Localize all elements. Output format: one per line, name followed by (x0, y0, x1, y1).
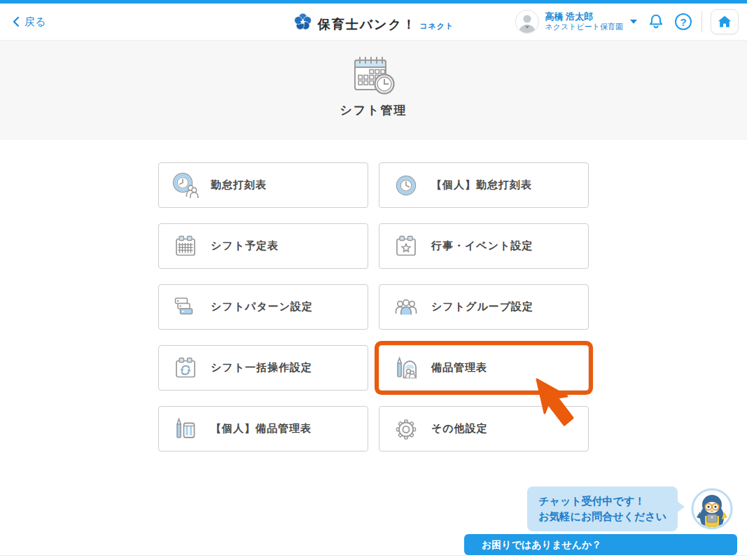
shift-pattern-icon (172, 293, 200, 321)
menu-item-shift-group-settings[interactable]: シフトグループ設定 (379, 284, 589, 330)
logo-text: 保育士バンク！ (318, 18, 417, 31)
divider (701, 11, 702, 32)
help-bar-label: お困りではありませんか？ (482, 539, 601, 550)
logo-subtext: コネクト (419, 22, 454, 30)
menu-item-personal-equipment-management[interactable]: 【個人】備品管理表 (158, 406, 368, 451)
user-organization: ネクストビート保育園 (545, 22, 623, 32)
menu-item-shift-schedule[interactable]: シフト予定表 (158, 223, 368, 269)
user-avatar[interactable] (515, 10, 539, 34)
app-window: 戻る 保育士バンク！ コネクト (0, 0, 747, 560)
flower-logo-icon (293, 13, 312, 31)
chat-bubble-line1: チャット受付中です！ (538, 493, 666, 509)
bubble-tail (676, 500, 685, 513)
header: 戻る 保育士バンク！ コネクト (0, 4, 747, 40)
user-info[interactable]: 高橋 浩太郎 ネクストビート保育園 (545, 11, 623, 32)
bell-icon (647, 13, 665, 31)
back-button[interactable]: 戻る (13, 15, 46, 29)
menu-item-equipment-management[interactable]: 備品管理表 (379, 345, 589, 391)
person-icon (516, 10, 538, 33)
people-group-icon (392, 293, 420, 321)
menu-item-label: シフトグループ設定 (431, 300, 533, 314)
menu-item-other-settings[interactable]: その他設定 (379, 406, 589, 451)
clock-icon (392, 172, 420, 200)
menu-item-label: 備品管理表 (431, 361, 487, 374)
help-button[interactable]: ? (675, 13, 692, 30)
menu-grid: 勤怠打刻表 【個人】勤怠打刻表 (0, 140, 747, 451)
back-label: 戻る (25, 15, 46, 29)
calendar-star-icon (392, 232, 420, 260)
calendar-refresh-icon (172, 354, 200, 382)
help-chat-bar[interactable]: お困りではありませんか？ (464, 534, 737, 555)
question-mark-icon: ? (675, 13, 692, 30)
menu-item-label: 【個人】勤怠打刻表 (431, 178, 532, 192)
chevron-down-icon[interactable] (630, 20, 637, 24)
user-name: 高橋 浩太郎 (545, 11, 623, 22)
menu-item-label: その他設定 (431, 422, 488, 435)
menu-item-shift-pattern-settings[interactable]: シフトパターン設定 (158, 284, 368, 330)
clock-people-icon (172, 172, 200, 200)
app-logo: 保育士バンク！ コネクト (293, 13, 454, 31)
menu-item-label: 【個人】備品管理表 (211, 422, 312, 435)
calendar-clock-icon (352, 55, 396, 95)
supplies-icon (392, 354, 420, 382)
header-right: 高橋 浩太郎 ネクストビート保育園 ? (515, 9, 739, 34)
page-title: シフト管理 (340, 102, 407, 118)
menu-item-personal-attendance-sheet[interactable]: 【個人】勤怠打刻表 (379, 162, 589, 208)
page-hero: シフト管理 (0, 40, 747, 140)
menu-item-label: 行事・イベント設定 (431, 239, 533, 253)
pencil-box-icon (172, 415, 200, 443)
menu-item-label: 勤怠打刻表 (211, 178, 267, 192)
gear-icon (392, 415, 420, 443)
menu-item-attendance-sheet[interactable]: 勤怠打刻表 (158, 162, 368, 208)
menu-item-label: シフト一括操作設定 (211, 361, 312, 374)
notifications-button[interactable] (647, 13, 665, 31)
chat-status-bubble[interactable]: チャット受付中です！ お気軽にお問合せください (527, 486, 678, 531)
chevron-left-icon (13, 16, 20, 27)
menu-item-label: シフトパターン設定 (211, 300, 313, 314)
menu-item-event-settings[interactable]: 行事・イベント設定 (379, 223, 589, 269)
calendar-grid-icon (172, 232, 200, 260)
home-icon (717, 14, 732, 29)
chat-bubble-line2: お気軽にお問合せください (538, 509, 666, 524)
penguin-mascot-avatar[interactable] (691, 488, 733, 530)
home-button[interactable] (711, 9, 739, 34)
page-bottom-border (0, 555, 747, 556)
menu-item-shift-bulk-operation-settings[interactable]: シフト一括操作設定 (158, 345, 368, 391)
menu-item-label: シフト予定表 (211, 239, 279, 253)
